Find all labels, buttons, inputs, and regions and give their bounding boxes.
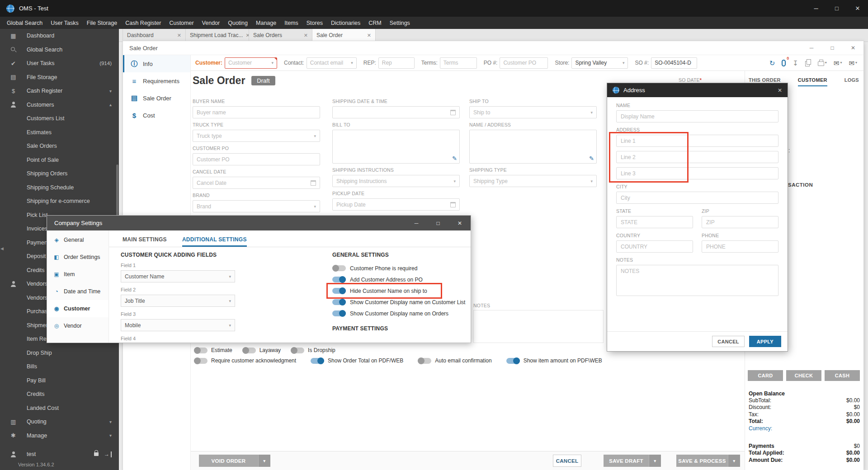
bill-to-textarea[interactable]: ✎ xyxy=(332,130,460,164)
sidebar-item-credits-2[interactable]: Credits xyxy=(0,387,119,401)
state-input[interactable]: STATE xyxy=(616,216,693,228)
cs-nav-order-settings[interactable]: ◧Order Settings xyxy=(47,249,108,266)
close-icon[interactable]: ✕ xyxy=(778,87,782,94)
display-name-customer-list-toggle[interactable] xyxy=(332,299,346,305)
zip-input[interactable]: ZIP xyxy=(702,216,778,228)
notes-textarea[interactable] xyxy=(473,310,604,343)
cash-button[interactable]: CASH xyxy=(825,370,860,381)
chevron-down-icon[interactable]: ▾ xyxy=(649,455,661,467)
display-name-orders-toggle[interactable] xyxy=(332,310,346,316)
customer-input[interactable]: Customer xyxy=(225,57,277,69)
customer-phone-required-toggle[interactable] xyxy=(332,265,346,271)
minimize-icon[interactable]: ─ xyxy=(406,216,427,230)
shipping-instructions-select[interactable]: Shipping Instructions xyxy=(332,175,460,187)
lock-icon[interactable] xyxy=(94,452,99,456)
cancel-button[interactable]: CANCEL xyxy=(553,455,581,467)
menu-crm[interactable]: CRM xyxy=(364,20,385,26)
sidebar-item-file-storage[interactable]: ▤File Storage xyxy=(0,70,119,85)
tab-sale-orders[interactable]: Sale Orders✕ xyxy=(249,29,312,42)
chevron-down-icon[interactable]: ▾ xyxy=(728,455,740,467)
terms-input[interactable]: Terms xyxy=(440,57,477,69)
field2-select[interactable]: Job Title xyxy=(121,295,235,307)
truck-type-select[interactable]: Truck type xyxy=(193,130,320,142)
close-tab-icon[interactable]: ✕ xyxy=(177,33,181,38)
menu-vendor[interactable]: Vendor xyxy=(198,20,224,26)
add-customer-address-toggle[interactable] xyxy=(332,277,346,282)
menu-cash-register[interactable]: Cash Register xyxy=(121,20,165,26)
tab-shipment-load[interactable]: Shipment Load Trac...✕ xyxy=(186,29,249,42)
sidebar-item-dashboard[interactable]: ▦Dashboard xyxy=(0,29,119,43)
minimize-icon[interactable]: ─ xyxy=(801,41,822,55)
tab-dashboard[interactable]: Dashboard✕ xyxy=(123,29,186,42)
user-menu[interactable]: test → xyxy=(0,447,119,461)
close-tab-icon[interactable]: ✕ xyxy=(304,33,308,38)
so-nav-info[interactable]: ⓘInfo xyxy=(123,55,190,72)
chevron-down-icon[interactable]: ▾ xyxy=(258,455,270,467)
copy-icon[interactable] xyxy=(805,59,811,66)
calendar-icon[interactable] xyxy=(311,180,316,186)
menu-stores[interactable]: Stores xyxy=(302,20,327,26)
edit-pencil-icon[interactable]: ✎ xyxy=(589,155,594,162)
close-icon[interactable]: ✕ xyxy=(449,216,471,230)
brand-select[interactable]: Brand xyxy=(193,200,320,212)
menu-user-tasks[interactable]: User Tasks xyxy=(47,20,83,26)
sidebar-item-manage[interactable]: ✱Manage▾ xyxy=(0,429,119,443)
so-nav-cost[interactable]: $Cost xyxy=(123,107,190,124)
check-button[interactable]: CHECK xyxy=(786,370,821,381)
calendar-icon[interactable] xyxy=(450,110,456,115)
send-email-icon[interactable]: ✉▾ xyxy=(849,60,857,66)
close-icon[interactable]: ✕ xyxy=(847,0,868,17)
sidebar-item-global-search[interactable]: Global Search xyxy=(0,43,119,57)
sidebar-item-bills[interactable]: Bills xyxy=(0,360,119,374)
address-line3-input[interactable]: Line 3 xyxy=(616,167,778,179)
tab-additional-settings[interactable]: ADDITIONAL SETTINGS xyxy=(182,236,247,247)
customer-po-input[interactable]: Customer PO xyxy=(193,153,320,165)
sidebar-item-point-of-sale[interactable]: Point of Sale xyxy=(0,153,119,167)
sidebar-collapse-icon[interactable]: ◀ xyxy=(0,246,4,251)
cs-nav-item[interactable]: ▣Item xyxy=(47,266,108,283)
shipping-type-select[interactable]: Shipping Type xyxy=(469,175,597,187)
menu-customer[interactable]: Customer xyxy=(165,20,198,26)
sidebar-item-estimates[interactable]: Estimates xyxy=(0,126,119,140)
sidebar-item-quoting[interactable]: ▥Quoting▾ xyxy=(0,415,119,429)
currency-link[interactable]: Currency: xyxy=(749,425,772,432)
menu-items[interactable]: Items xyxy=(280,20,302,26)
menu-settings[interactable]: Settings xyxy=(386,20,414,26)
phone-input[interactable]: PHONE xyxy=(702,240,778,253)
cancel-button[interactable]: CANCEL xyxy=(712,336,745,347)
ship-to-select[interactable]: Ship to xyxy=(469,106,597,118)
save-draft-button[interactable]: SAVE DRAFT▾ xyxy=(604,455,661,467)
edit-pencil-icon[interactable]: ✎ xyxy=(452,155,457,162)
maximize-icon[interactable]: □ xyxy=(427,216,449,230)
acknowledgment-toggle[interactable] xyxy=(194,358,208,364)
sidebar-item-user-tasks[interactable]: ✔User Tasks(914) xyxy=(0,56,119,70)
cs-nav-general[interactable]: ◈General xyxy=(47,231,108,249)
print-icon[interactable]: ▾ xyxy=(818,60,827,66)
menu-quoting[interactable]: Quoting xyxy=(224,20,252,26)
estimate-toggle[interactable] xyxy=(194,348,208,353)
shipping-datetime-input[interactable] xyxy=(332,106,460,118)
address-line1-input[interactable]: Line 1 xyxy=(616,135,778,147)
buyer-name-input[interactable]: Buyer name xyxy=(193,106,320,118)
contact-select[interactable]: Contact email xyxy=(307,57,357,69)
city-input[interactable]: City xyxy=(616,192,778,204)
auto-email-toggle[interactable] xyxy=(418,358,431,364)
country-input[interactable]: COUNTRY xyxy=(616,240,693,253)
tab-logs[interactable]: LOGS xyxy=(844,77,859,86)
cs-nav-vendor[interactable]: ◎Vendor xyxy=(47,317,108,334)
logout-icon[interactable]: → xyxy=(104,451,112,457)
sidebar-item-customers[interactable]: Customers▴ xyxy=(0,98,119,112)
field3-select[interactable]: Mobile xyxy=(121,319,235,331)
maximize-icon[interactable]: □ xyxy=(826,0,847,17)
order-total-toggle[interactable] xyxy=(311,358,324,364)
cs-nav-customer[interactable]: ◉Customer xyxy=(47,300,108,317)
save-process-button[interactable]: SAVE & PROCESS▾ xyxy=(676,455,740,467)
email-icon[interactable]: ✉▾ xyxy=(834,60,842,66)
display-name-input[interactable]: Display Name xyxy=(616,110,778,122)
download-icon[interactable]: ↧ xyxy=(793,60,798,66)
dropship-toggle[interactable] xyxy=(291,348,304,353)
attachment-icon[interactable]: 0 xyxy=(782,60,786,66)
apply-button[interactable]: APPLY xyxy=(749,336,781,347)
sidebar-item-shipping-schedule[interactable]: Shipping Schedule xyxy=(0,181,119,195)
name-address-textarea[interactable]: ✎ xyxy=(469,130,597,164)
